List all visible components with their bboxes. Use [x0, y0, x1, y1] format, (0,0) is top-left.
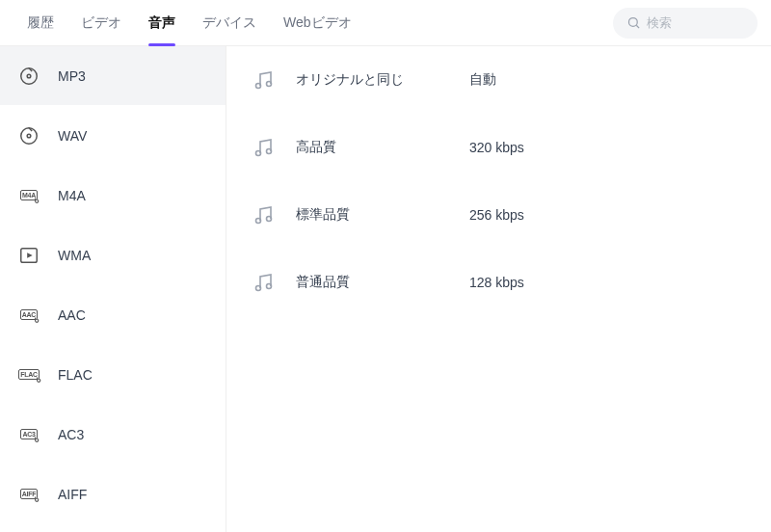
svg-point-3	[27, 74, 31, 78]
format-icon-mp3	[17, 65, 40, 88]
quality-name: 高品質	[296, 139, 469, 156]
svg-point-14	[256, 219, 261, 224]
tab-3[interactable]: デバイス	[189, 0, 270, 46]
tab-0[interactable]: 履歴	[13, 0, 67, 46]
format-label: WAV	[58, 128, 87, 144]
format-item-wma[interactable]: WMA	[0, 226, 226, 285]
format-icon-aac: AAC	[17, 304, 40, 327]
svg-point-5	[21, 127, 38, 144]
quality-name: オリジナルと同じ	[296, 71, 469, 89]
svg-point-15	[267, 217, 272, 222]
tab-label: デバイス	[202, 14, 256, 32]
format-icon-wma	[17, 244, 40, 267]
format-icon-flac: FLAC	[17, 363, 40, 386]
music-note-icon	[252, 68, 277, 92]
svg-point-13	[267, 149, 272, 154]
tab-label: Webビデオ	[283, 14, 352, 32]
search-input[interactable]	[647, 15, 744, 30]
format-icon-ac3: AC3	[17, 423, 40, 446]
format-item-wav[interactable]: WAV	[0, 106, 226, 166]
tab-4[interactable]: Webビデオ	[270, 0, 365, 46]
svg-point-11	[267, 82, 272, 87]
format-item-m4a[interactable]: M4AM4A	[0, 166, 226, 226]
svg-point-0	[629, 18, 638, 27]
format-icon-m4a: M4A	[17, 184, 40, 207]
format-label: FLAC	[58, 367, 93, 383]
quality-value: 自動	[469, 71, 496, 89]
music-note-icon	[252, 136, 277, 159]
svg-point-12	[256, 151, 261, 156]
quality-row-2[interactable]: 標準品質256 kbps	[226, 181, 771, 249]
format-label: M4A	[58, 188, 86, 203]
tab-label: 音声	[148, 14, 175, 32]
quality-value: 320 kbps	[469, 140, 524, 155]
format-label: MP3	[58, 68, 86, 84]
tab-list: 履歴ビデオ音声デバイスWebビデオ	[13, 0, 365, 46]
svg-point-16	[256, 286, 261, 291]
topbar: 履歴ビデオ音声デバイスWebビデオ	[0, 0, 771, 46]
body: MP3WAVM4AM4AWMAAACAACFLACFLACAC3AC3AIFFA…	[0, 46, 771, 532]
format-icon-aiff: AIFF	[17, 483, 40, 506]
format-item-aiff[interactable]: AIFFAIFF	[0, 465, 226, 524]
format-item-ac3[interactable]: AC3AC3	[0, 405, 226, 465]
tab-2[interactable]: 音声	[135, 0, 189, 46]
svg-point-10	[256, 84, 261, 89]
quality-row-0[interactable]: オリジナルと同じ自動	[226, 46, 771, 114]
svg-point-2	[21, 67, 38, 84]
format-label: AAC	[58, 307, 86, 323]
svg-point-17	[267, 284, 272, 289]
format-icon-wav	[17, 124, 40, 147]
tab-label: ビデオ	[81, 14, 121, 32]
tab-label: 履歴	[27, 14, 54, 32]
music-note-icon	[252, 271, 277, 294]
format-item-mp3[interactable]: MP3	[0, 46, 226, 106]
svg-marker-9	[27, 253, 33, 258]
quality-name: 普通品質	[296, 274, 469, 291]
quality-list: オリジナルと同じ自動高品質320 kbps標準品質256 kbps普通品質128…	[226, 46, 771, 532]
quality-value: 128 kbps	[469, 275, 524, 290]
quality-row-3[interactable]: 普通品質128 kbps	[226, 249, 771, 316]
quality-name: 標準品質	[296, 206, 469, 224]
format-item-flac[interactable]: FLACFLAC	[0, 345, 226, 405]
svg-line-1	[636, 25, 639, 28]
format-label: AIFF	[58, 487, 87, 502]
music-note-icon	[252, 203, 277, 226]
quality-value: 256 kbps	[469, 207, 524, 223]
quality-row-1[interactable]: 高品質320 kbps	[226, 114, 771, 181]
format-sidebar: MP3WAVM4AM4AWMAAACAACFLACFLACAC3AC3AIFFA…	[0, 46, 226, 532]
svg-point-6	[27, 134, 31, 138]
format-label: WMA	[58, 248, 91, 263]
search-icon	[626, 15, 641, 30]
format-label: AC3	[58, 427, 84, 442]
search-wrap	[613, 8, 758, 39]
format-item-aac[interactable]: AACAAC	[0, 285, 226, 345]
tab-1[interactable]: ビデオ	[67, 0, 135, 46]
